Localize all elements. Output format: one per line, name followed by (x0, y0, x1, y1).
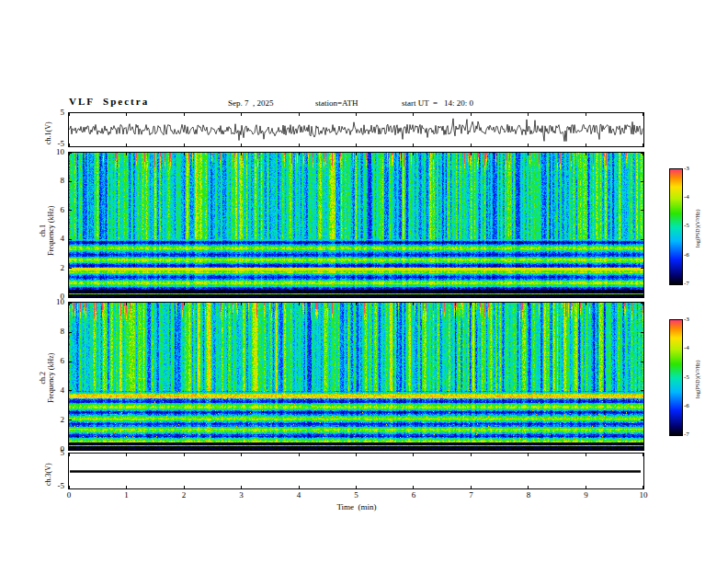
ch2-spec-ytick: 0 (46, 444, 64, 454)
cb2-tick: -7 (684, 431, 689, 438)
cb1-tick: -3 (684, 165, 689, 172)
cb2-axis-label: log(PSD)(V²/Hz) (695, 361, 700, 398)
start-ut-label: start UT = 14: 20: 0 (402, 98, 473, 108)
date-label: Sep. 7 , 2025 (228, 98, 274, 108)
x-tick: 6 (412, 490, 416, 500)
x-tick: 1 (124, 490, 129, 500)
x-tick: 10 (640, 490, 648, 500)
ch1-spec-ytick: 10 (46, 147, 64, 156)
x-tick: 2 (182, 490, 187, 500)
ch1-waveform-canvas (68, 112, 644, 147)
cb2-tick: -5 (684, 373, 689, 381)
x-tick: 4 (297, 490, 301, 500)
ch1-wave-ytick-max: 5 (46, 108, 64, 117)
cb1-tick: -6 (684, 251, 689, 259)
ch1-spec-axis-name: ch.1 (39, 206, 47, 256)
cb2-tick: -4 (684, 344, 689, 351)
ch1-spectrogram-canvas (68, 152, 644, 298)
cb2-tick: -6 (684, 402, 689, 409)
plot-title: VLF Spectra (69, 96, 149, 107)
ch2-spec-ytick: 2 (46, 415, 64, 424)
cb2-tick: -3 (684, 316, 689, 323)
station-label: station=ATH (315, 98, 358, 108)
x-axis-title: Time (min) (336, 502, 376, 511)
cb1-tick: -7 (684, 280, 689, 287)
x-tick: 5 (354, 490, 358, 500)
ch3-waveform-canvas (68, 453, 644, 489)
ch2-spec-ytick: 8 (46, 327, 64, 336)
colorbar-1 (669, 168, 683, 285)
cb1-axis-label: log(PSD)(V²/Hz) (695, 210, 700, 247)
cb1-tick: -4 (684, 193, 689, 201)
ch2-spec-ytick: 10 (46, 297, 64, 306)
colorbar-2 (669, 319, 683, 436)
x-tick: 0 (67, 490, 72, 500)
x-tick: 7 (469, 490, 473, 500)
ch1-spec-ytick: 8 (46, 176, 64, 185)
x-tick: 9 (584, 490, 588, 500)
ch2-spec-axis-name: ch.2 (39, 353, 47, 403)
x-tick: 8 (527, 490, 531, 500)
ch1-voltage-axis-label: ch.1(V) (44, 121, 52, 144)
ch2-spec-axis-label: ch.2 Frequency (kHz) (39, 353, 55, 403)
x-tick: 3 (239, 490, 244, 500)
ch2-spec-axis-units: Frequency (kHz) (47, 353, 55, 403)
cb1-tick: -5 (684, 222, 689, 229)
ch1-spec-ytick: 2 (46, 263, 64, 272)
ch1-spec-axis-units: Frequency (kHz) (47, 206, 55, 256)
vlf-spectra-figure: VLF Spectra Sep. 7 , 2025 station=ATH st… (0, 0, 728, 563)
ch2-spectrogram-canvas (68, 302, 644, 451)
ch3-voltage-axis-label: ch.3(V) (44, 463, 52, 486)
ch1-spec-axis-label: ch.1 Frequency (kHz) (39, 206, 55, 256)
